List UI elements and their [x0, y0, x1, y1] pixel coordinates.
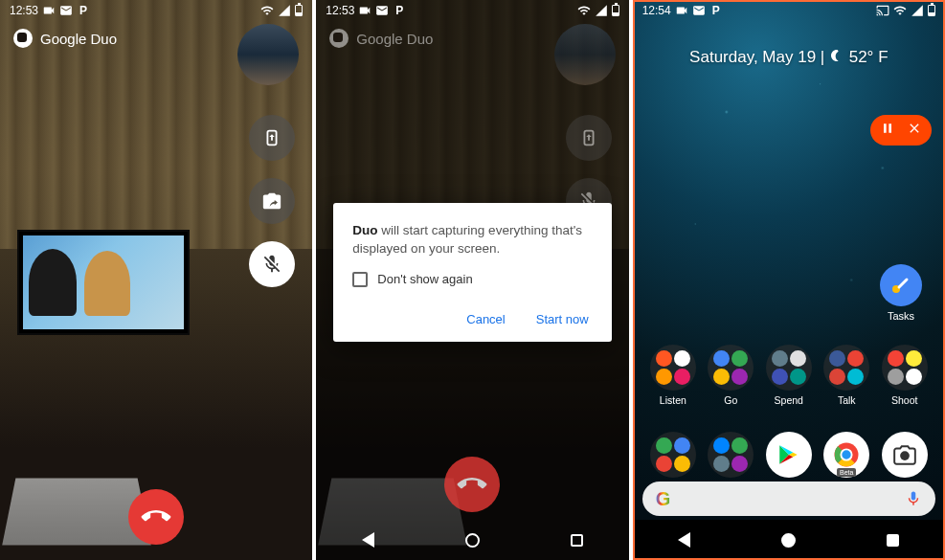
stop-recording-button[interactable] [907, 121, 922, 140]
wifi-icon [260, 4, 274, 17]
nav-home-button[interactable] [781, 533, 796, 548]
svg-point-8 [900, 451, 910, 460]
videocam-icon [358, 4, 371, 17]
folder-label: Talk [821, 394, 871, 406]
app-title: Google Duo [13, 29, 117, 48]
screenshot-panel-1: 12:53 P Google Duo [0, 0, 312, 560]
screen-share-button[interactable] [249, 115, 295, 161]
system-nav-bar [316, 520, 628, 560]
camera-app[interactable] [882, 432, 928, 478]
system-nav-bar [633, 520, 945, 560]
dialog-message: Duo will start capturing everything that… [352, 222, 592, 258]
status-bar: 12:53 P [0, 0, 312, 21]
tasks-app[interactable]: Tasks [876, 264, 926, 322]
battery-icon [612, 5, 619, 16]
status-clock: 12:53 [10, 4, 38, 17]
videocam-icon [675, 4, 688, 17]
battery-icon [295, 5, 303, 16]
tasks-icon [880, 264, 922, 306]
status-clock: 12:54 [642, 4, 671, 17]
screen-capture-dialog: Duo will start capturing everything that… [333, 203, 611, 342]
mute-mic-button[interactable] [249, 241, 295, 287]
folder-talk[interactable]: Talk [821, 345, 871, 406]
pause-recording-button[interactable] [880, 121, 895, 140]
checkbox-icon[interactable] [352, 272, 368, 287]
self-video-preview[interactable] [237, 24, 299, 85]
nav-home-button[interactable] [465, 533, 480, 548]
status-bar: 12:53 P [316, 0, 628, 21]
folder-shoot[interactable]: Shoot [880, 345, 930, 406]
p-icon: P [77, 4, 90, 17]
p-icon: P [393, 4, 406, 17]
cell-signal-icon [595, 4, 608, 17]
p-icon: P [709, 4, 723, 17]
folder-label: Listen [648, 394, 698, 406]
checkbox-label: Don't show again [377, 272, 472, 286]
home-folder-row: ListenGoSpendTalkShoot [633, 345, 945, 406]
end-call-button[interactable] [444, 457, 500, 512]
gmail-icon [59, 4, 73, 17]
chrome-app[interactable]: Beta [823, 432, 869, 478]
dock: Beta [633, 432, 945, 478]
nav-back-button[interactable] [362, 532, 374, 548]
temperature-text: 52° F [849, 48, 889, 66]
cell-signal-icon [911, 4, 924, 17]
folder-listen[interactable]: Listen [648, 345, 698, 406]
dock-folder-1[interactable] [650, 432, 696, 478]
wifi-icon [893, 4, 907, 17]
duo-logo-icon [13, 29, 33, 48]
app-title-text: Google Duo [356, 31, 433, 47]
dock-folder-2[interactable] [708, 432, 754, 478]
screenshot-panel-3: 12:54 P Saturday, May 19 | 52° F Tasks L… [633, 0, 945, 560]
google-g-icon: G [656, 488, 671, 510]
date-text: Saturday, May 19 [689, 48, 816, 66]
app-title-text: Google Duo [40, 31, 117, 47]
duo-logo-icon [329, 29, 349, 48]
folder-label: Spend [764, 394, 814, 406]
flip-camera-button[interactable] [249, 178, 295, 224]
nav-back-button[interactable] [678, 532, 690, 548]
tv-in-view [17, 230, 190, 335]
folder-spend[interactable]: Spend [764, 345, 814, 406]
self-video-preview[interactable] [554, 24, 616, 85]
status-clock: 12:53 [326, 4, 354, 17]
dont-show-again-row[interactable]: Don't show again [352, 272, 592, 287]
status-bar: 12:54 P [633, 0, 945, 21]
nav-recent-button[interactable] [571, 534, 583, 547]
weather-moon-icon [829, 48, 844, 68]
google-search-bar[interactable]: G [642, 482, 935, 516]
app-title: Google Duo [329, 29, 433, 48]
gmail-icon [692, 4, 706, 17]
battery-icon [928, 5, 935, 16]
gmail-icon [375, 4, 389, 17]
end-call-button[interactable] [128, 489, 184, 545]
cast-icon [876, 4, 889, 17]
cell-signal-icon [278, 4, 291, 17]
cancel-button[interactable]: Cancel [462, 306, 508, 332]
folder-go[interactable]: Go [706, 345, 755, 406]
folder-label: Go [706, 394, 755, 406]
recording-controls [870, 115, 932, 146]
folder-label: Shoot [880, 394, 930, 406]
start-now-button[interactable]: Start now [532, 306, 593, 332]
screen-share-button[interactable] [566, 115, 612, 161]
videocam-icon [42, 4, 56, 17]
voice-search-icon[interactable] [905, 490, 922, 507]
call-side-actions [249, 115, 295, 287]
date-weather-widget[interactable]: Saturday, May 19 | 52° F [633, 48, 945, 68]
screenshot-panel-2: 12:53 P Google Duo Duo will start captur… [316, 0, 628, 560]
nav-recent-button[interactable] [887, 534, 899, 547]
play-store-app[interactable] [766, 432, 812, 478]
wifi-icon [577, 4, 591, 17]
tasks-label: Tasks [876, 310, 926, 322]
